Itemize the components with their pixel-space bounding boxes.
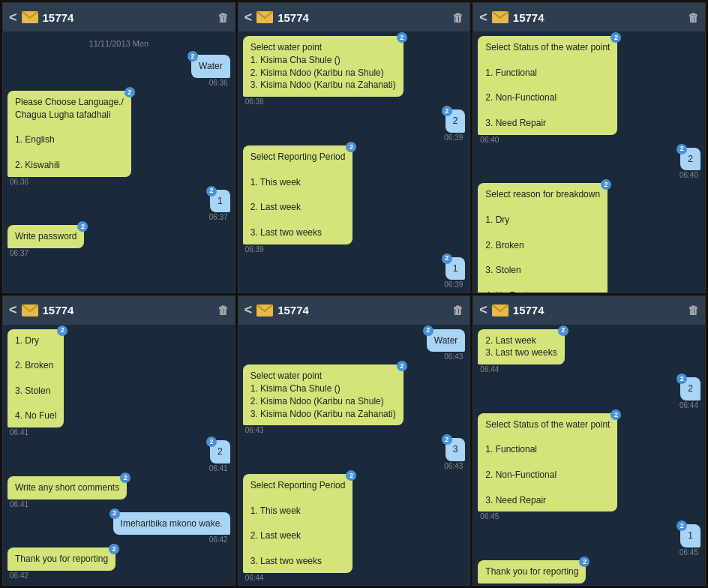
message-row-2: Select reason for breakdown 1. Dry 2. Br… [478, 183, 700, 292]
message-timestamp: 06:39 [442, 134, 465, 142]
phone-screen-3: < 15774 🗑 Select Status of the water poi… [472, 2, 706, 293]
email-icon [492, 304, 508, 316]
message-badge: 2 [423, 326, 434, 336]
message-row-0: 2. Last week 3. Last two weeks206:44 [478, 329, 700, 374]
bubble-received-0: Select Status of the water point 1. Func… [478, 36, 617, 135]
message-timestamp: 06:42 [8, 572, 31, 580]
bubble-sent-2: 32 [446, 438, 466, 461]
message-timestamp: 06:41 [8, 500, 31, 508]
message-timestamp: 06:41 [8, 428, 31, 436]
message-timestamp: 06:44 [243, 574, 266, 582]
phone-screen-6: < 15774 🗑 2. Last week 3. Last two weeks… [472, 296, 706, 586]
message-badge: 2 [676, 374, 687, 384]
message-badge: 2 [57, 326, 68, 336]
message-timestamp: 06:40 [677, 171, 700, 179]
bubble-received-0: 2. Last week 3. Last two weeks2 [478, 329, 564, 365]
header-title: 15774 [278, 11, 448, 24]
message-row-1: 2206:39 [243, 110, 466, 142]
delete-button[interactable]: 🗑 [218, 304, 229, 316]
back-button[interactable]: < [244, 10, 253, 26]
bubble-received-1: Select water point 1. Kisima Cha Shule (… [243, 364, 404, 425]
email-icon [256, 11, 273, 23]
message-timestamp: 06:43 [442, 462, 465, 470]
message-badge: 2 [77, 221, 88, 232]
message-row-1: Select water point 1. Kisima Cha Shule (… [243, 364, 466, 434]
message-row-3: Imeharibika mkono wake.206:42 [8, 512, 230, 544]
back-button[interactable]: < [479, 302, 488, 318]
message-row-2: Write any short comments206:41 [8, 476, 230, 508]
message-badge: 2 [442, 106, 452, 116]
bubble-sent-3: Imeharibika mkono wake.2 [113, 512, 230, 536]
header-1: < 15774 🗑 [3, 3, 235, 32]
header-3: < 15774 🗑 [473, 3, 705, 32]
back-button[interactable]: < [479, 10, 488, 26]
chat-area-3: Select Status of the water point 1. Func… [473, 32, 705, 292]
message-row-2: Select Status of the water point 1. Func… [478, 413, 700, 521]
back-button[interactable]: < [9, 10, 17, 26]
message-badge: 2 [676, 520, 687, 531]
message-timestamp: 06:39 [442, 280, 465, 289]
bubble-sent-0: Water2 [427, 329, 466, 352]
message-row-4: Thank you for reporting206:45 [478, 560, 700, 585]
chat-area-2: Select water point 1. Kisima Cha Shule (… [238, 32, 470, 292]
message-row-1: 2206:44 [478, 377, 700, 410]
message-badge: 2 [110, 508, 120, 519]
bubble-sent-1: 22 [210, 440, 230, 464]
message-timestamp: 06:36 [8, 178, 31, 186]
message-row-1: Water206:36 [8, 55, 230, 87]
delete-button[interactable]: 🗑 [688, 304, 699, 316]
bubble-sent-3: 12 [446, 257, 466, 280]
chat-area-5: Water206:43Select water point 1. Kisima … [238, 325, 470, 586]
message-badge: 2 [442, 254, 452, 264]
phone-screen-1: < 15774 🗑 11/11/2013 MonWater206:36Pleas… [2, 2, 236, 293]
back-button[interactable]: < [244, 302, 253, 318]
bubble-received-2: Select reason for breakdown 1. Dry 2. Br… [478, 183, 608, 292]
message-row-0: Select water point 1. Kisima Cha Shule (… [243, 36, 466, 106]
phone-screen-2: < 15774 🗑 Select water point 1. Kisima C… [238, 2, 471, 293]
email-icon [492, 11, 508, 23]
date-divider: 11/11/2013 Mon [8, 39, 230, 48]
message-row-0: Water206:43 [243, 329, 466, 362]
header-title: 15774 [43, 304, 213, 316]
bubble-sent-1: Water2 [191, 55, 230, 78]
email-icon [256, 304, 273, 316]
bubble-received-2: Select Status of the water point 1. Func… [478, 413, 617, 512]
message-row-3: Select Reporting Period 1. This week 2. … [243, 474, 466, 582]
message-row-1: 2206:40 [478, 148, 700, 180]
message-badge: 2 [206, 436, 217, 447]
message-badge: 2 [206, 186, 217, 196]
message-badge: 2 [601, 179, 611, 190]
message-timestamp: 06:44 [478, 365, 501, 374]
delete-button[interactable]: 🗑 [452, 11, 464, 24]
header-4: < 15774 🗑 [3, 296, 235, 325]
message-badge: 2 [346, 142, 356, 152]
phone-screen-4: < 15774 🗑 1. Dry 2. Broken 3. Stolen 4. … [2, 296, 236, 586]
message-badge: 2 [558, 326, 568, 336]
back-button[interactable]: < [9, 302, 17, 318]
bubble-received-4: Write password2 [8, 225, 84, 248]
message-badge: 2 [397, 361, 407, 371]
email-icon [22, 11, 38, 23]
header-6: < 15774 🗑 [473, 296, 705, 325]
message-row-4: Write password206:37 [8, 225, 230, 257]
phone-screen-5: < 15774 🗑 Water206:43Select water point … [238, 296, 471, 586]
message-timestamp: 06:45 [478, 512, 501, 520]
bubble-sent-1: 22 [680, 377, 700, 400]
header-title: 15774 [513, 304, 683, 316]
bubble-received-2: Please Choose Language./ Chagua Lugha ta… [8, 91, 131, 177]
header-title: 15774 [513, 11, 683, 24]
chat-area-4: 1. Dry 2. Broken 3. Stolen 4. No Fuel206… [3, 325, 235, 586]
bubble-sent-3: 12 [680, 524, 700, 548]
bubble-received-0: Select water point 1. Kisima Cha Shule (… [243, 36, 404, 97]
delete-button[interactable]: 🗑 [688, 11, 699, 24]
header-5: < 15774 🗑 [238, 296, 470, 325]
bubble-sent-1: 22 [446, 110, 466, 133]
chat-area-6: 2. Last week 3. Last two weeks206:442206… [473, 325, 705, 586]
message-timestamp: 06:37 [207, 213, 230, 221]
message-badge: 2 [124, 87, 135, 98]
email-icon [22, 304, 38, 316]
delete-button[interactable]: 🗑 [218, 11, 229, 24]
delete-button[interactable]: 🗑 [452, 304, 464, 316]
message-timestamp: 06:39 [243, 245, 266, 254]
message-row-2: 3206:43 [243, 438, 466, 470]
